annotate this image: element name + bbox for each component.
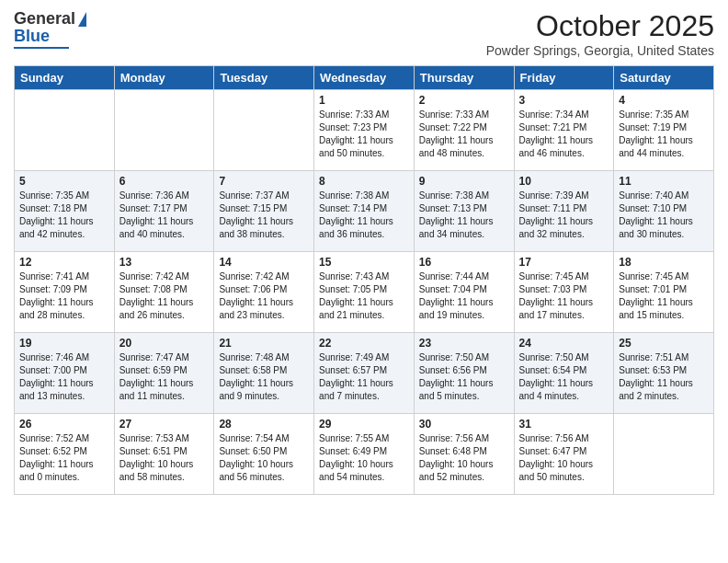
day-info: Sunrise: 7:34 AMSunset: 7:21 PMDaylight:… xyxy=(519,109,609,160)
sunset-text: Sunset: 6:48 PM xyxy=(419,445,509,458)
day-info: Sunrise: 7:36 AMSunset: 7:17 PMDaylight:… xyxy=(119,190,210,241)
week-row-4: 26Sunrise: 7:52 AMSunset: 6:52 PMDayligh… xyxy=(15,414,714,495)
sunrise-text: Sunrise: 7:55 AM xyxy=(319,432,409,445)
sunset-text: Sunset: 7:03 PM xyxy=(519,283,609,296)
day-info: Sunrise: 7:39 AMSunset: 7:11 PMDaylight:… xyxy=(519,190,609,241)
sunrise-text: Sunrise: 7:36 AM xyxy=(119,190,210,202)
sunrise-text: Sunrise: 7:39 AM xyxy=(519,190,609,202)
day-info: Sunrise: 7:37 AMSunset: 7:15 PMDaylight:… xyxy=(219,190,309,241)
cell-1-3: 8Sunrise: 7:38 AMSunset: 7:14 PMDaylight… xyxy=(314,171,415,252)
cell-1-5: 10Sunrise: 7:39 AMSunset: 7:11 PMDayligh… xyxy=(514,171,614,252)
col-wednesday: Wednesday xyxy=(314,66,415,90)
sunrise-text: Sunrise: 7:50 AM xyxy=(519,351,609,364)
daylight-text: Daylight: 11 hours and 34 minutes. xyxy=(419,215,509,241)
sunset-text: Sunset: 7:00 PM xyxy=(19,364,109,377)
sunrise-text: Sunrise: 7:49 AM xyxy=(319,351,409,364)
col-sunday: Sunday xyxy=(15,66,115,90)
sunset-text: Sunset: 6:50 PM xyxy=(219,445,309,458)
sunset-text: Sunset: 6:56 PM xyxy=(419,364,509,377)
day-number: 28 xyxy=(219,418,309,431)
cell-3-3: 22Sunrise: 7:49 AMSunset: 6:57 PMDayligh… xyxy=(314,333,415,414)
sunset-text: Sunset: 6:51 PM xyxy=(119,445,210,458)
daylight-text: Daylight: 11 hours and 2 minutes. xyxy=(619,377,709,403)
day-info: Sunrise: 7:49 AMSunset: 6:57 PMDaylight:… xyxy=(319,351,409,403)
daylight-text: Daylight: 11 hours and 48 minutes. xyxy=(419,134,509,160)
cell-4-5: 31Sunrise: 7:56 AMSunset: 6:47 PMDayligh… xyxy=(514,414,614,495)
title-block: October 2025 Powder Springs, Georgia, Un… xyxy=(486,9,714,58)
cell-4-2: 28Sunrise: 7:54 AMSunset: 6:50 PMDayligh… xyxy=(214,414,314,495)
sunrise-text: Sunrise: 7:37 AM xyxy=(219,190,309,202)
day-number: 16 xyxy=(419,256,509,269)
col-thursday: Thursday xyxy=(414,66,514,90)
day-number: 11 xyxy=(619,175,709,188)
day-info: Sunrise: 7:54 AMSunset: 6:50 PMDaylight:… xyxy=(219,432,309,484)
day-number: 22 xyxy=(319,337,409,350)
daylight-text: Daylight: 10 hours and 50 minutes. xyxy=(519,458,609,484)
sunrise-text: Sunrise: 7:48 AM xyxy=(219,351,309,364)
daylight-text: Daylight: 11 hours and 46 minutes. xyxy=(519,134,609,160)
day-info: Sunrise: 7:40 AMSunset: 7:10 PMDaylight:… xyxy=(619,190,709,241)
cell-0-3: 1Sunrise: 7:33 AMSunset: 7:23 PMDaylight… xyxy=(314,90,415,171)
week-row-1: 5Sunrise: 7:35 AMSunset: 7:18 PMDaylight… xyxy=(15,171,714,252)
day-info: Sunrise: 7:55 AMSunset: 6:49 PMDaylight:… xyxy=(319,432,409,484)
cell-4-6 xyxy=(614,414,714,495)
daylight-text: Daylight: 11 hours and 26 minutes. xyxy=(119,296,210,322)
daylight-text: Daylight: 11 hours and 30 minutes. xyxy=(619,215,709,241)
day-number: 9 xyxy=(419,175,509,188)
day-info: Sunrise: 7:33 AMSunset: 7:22 PMDaylight:… xyxy=(419,109,509,160)
cell-2-1: 13Sunrise: 7:42 AMSunset: 7:08 PMDayligh… xyxy=(114,252,214,333)
day-info: Sunrise: 7:42 AMSunset: 7:06 PMDaylight:… xyxy=(219,270,309,322)
sunset-text: Sunset: 7:19 PM xyxy=(619,121,709,134)
sunrise-text: Sunrise: 7:42 AM xyxy=(219,270,309,283)
day-number: 3 xyxy=(519,94,609,107)
day-number: 19 xyxy=(19,337,109,350)
day-number: 27 xyxy=(119,418,210,431)
sunset-text: Sunset: 7:22 PM xyxy=(419,121,509,134)
cell-2-3: 15Sunrise: 7:43 AMSunset: 7:05 PMDayligh… xyxy=(314,252,415,333)
sunset-text: Sunset: 7:09 PM xyxy=(19,283,109,296)
day-info: Sunrise: 7:33 AMSunset: 7:23 PMDaylight:… xyxy=(319,109,409,160)
sunset-text: Sunset: 7:10 PM xyxy=(619,202,709,215)
cell-4-3: 29Sunrise: 7:55 AMSunset: 6:49 PMDayligh… xyxy=(314,414,415,495)
cell-2-0: 12Sunrise: 7:41 AMSunset: 7:09 PMDayligh… xyxy=(15,252,115,333)
daylight-text: Daylight: 10 hours and 58 minutes. xyxy=(119,458,210,484)
daylight-text: Daylight: 11 hours and 11 minutes. xyxy=(119,377,210,403)
daylight-text: Daylight: 11 hours and 36 minutes. xyxy=(319,215,409,241)
sunset-text: Sunset: 7:08 PM xyxy=(119,283,210,296)
sunrise-text: Sunrise: 7:50 AM xyxy=(419,351,509,364)
cell-0-6: 4Sunrise: 7:35 AMSunset: 7:19 PMDaylight… xyxy=(614,90,714,171)
daylight-text: Daylight: 11 hours and 9 minutes. xyxy=(219,377,309,403)
day-info: Sunrise: 7:38 AMSunset: 7:13 PMDaylight:… xyxy=(419,190,509,241)
cell-1-2: 7Sunrise: 7:37 AMSunset: 7:15 PMDaylight… xyxy=(214,171,314,252)
sunrise-text: Sunrise: 7:45 AM xyxy=(519,270,609,283)
day-number: 15 xyxy=(319,256,409,269)
sunset-text: Sunset: 6:58 PM xyxy=(219,364,309,377)
sunrise-text: Sunrise: 7:46 AM xyxy=(19,351,109,364)
logo-triangle-icon xyxy=(78,12,86,27)
daylight-text: Daylight: 11 hours and 7 minutes. xyxy=(319,377,409,403)
cell-0-5: 3Sunrise: 7:34 AMSunset: 7:21 PMDaylight… xyxy=(514,90,614,171)
calendar-header-row: Sunday Monday Tuesday Wednesday Thursday… xyxy=(15,66,714,90)
sunset-text: Sunset: 7:14 PM xyxy=(319,202,409,215)
day-info: Sunrise: 7:43 AMSunset: 7:05 PMDaylight:… xyxy=(319,270,409,322)
daylight-text: Daylight: 11 hours and 50 minutes. xyxy=(319,134,409,160)
cell-0-2 xyxy=(214,90,314,171)
cell-0-1 xyxy=(114,90,214,171)
day-number: 7 xyxy=(219,175,309,188)
day-info: Sunrise: 7:42 AMSunset: 7:08 PMDaylight:… xyxy=(119,270,210,322)
day-number: 14 xyxy=(219,256,309,269)
day-number: 8 xyxy=(319,175,409,188)
sunrise-text: Sunrise: 7:44 AM xyxy=(419,270,509,283)
sunset-text: Sunset: 6:59 PM xyxy=(119,364,210,377)
day-number: 23 xyxy=(419,337,509,350)
day-number: 5 xyxy=(19,175,109,188)
day-info: Sunrise: 7:52 AMSunset: 6:52 PMDaylight:… xyxy=(19,432,109,484)
sunset-text: Sunset: 7:06 PM xyxy=(219,283,309,296)
logo-divider xyxy=(14,47,69,49)
daylight-text: Daylight: 10 hours and 54 minutes. xyxy=(319,458,409,484)
cell-3-6: 25Sunrise: 7:51 AMSunset: 6:53 PMDayligh… xyxy=(614,333,714,414)
day-number: 25 xyxy=(619,337,709,350)
sunrise-text: Sunrise: 7:43 AM xyxy=(319,270,409,283)
sunrise-text: Sunrise: 7:51 AM xyxy=(619,351,709,364)
sunrise-text: Sunrise: 7:52 AM xyxy=(19,432,109,445)
